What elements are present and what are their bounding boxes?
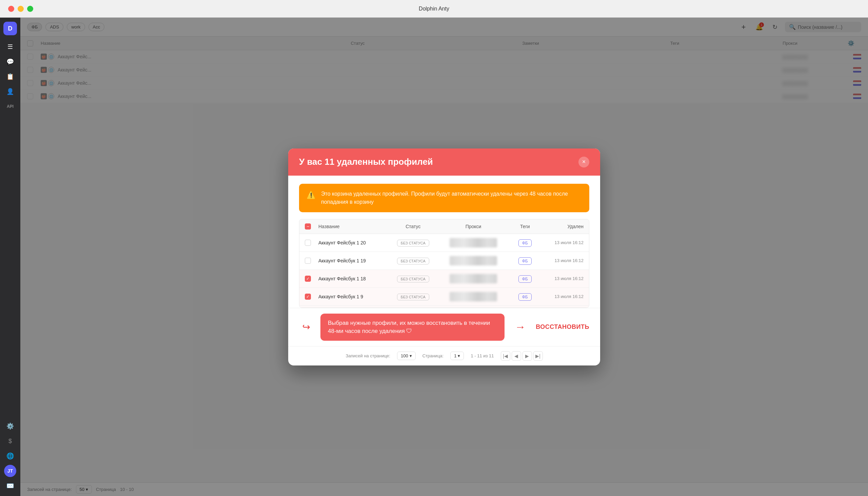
modal-body: ⚠️ Это корзина удаленных профилей. Профи…	[288, 176, 600, 308]
row-2-checkbox[interactable]	[305, 258, 311, 264]
modal-header: У вас 11 удаленных профилей ×	[288, 149, 600, 176]
sidebar-item-chat[interactable]: 💬	[4, 56, 16, 68]
page-info: 1 - 11 из 11	[470, 353, 494, 358]
modal-pagination: Записей на странице: 100 ▾ Страница: 1 ▾…	[288, 346, 600, 366]
sidebar-item-api[interactable]: API	[4, 100, 16, 112]
modal-col-proxy-header: Прокси	[439, 224, 508, 229]
sidebar-item-settings[interactable]: ⚙️	[4, 420, 16, 432]
row-1-status: БЕЗ СТАТУСА	[387, 240, 439, 246]
sidebar-item-notes[interactable]: 📋	[4, 71, 16, 83]
row-3-status: БЕЗ СТАТУСА	[387, 276, 439, 281]
avatar[interactable]: JT	[4, 465, 16, 477]
page-value: 1	[454, 353, 456, 358]
row-1-proxy	[439, 238, 508, 248]
modal-table: − Название Статус Прокси Теги Удален	[299, 219, 589, 308]
modal-table-header: − Название Статус Прокси Теги Удален	[299, 219, 589, 234]
row-2-tags: ФБ	[508, 258, 542, 263]
sidebar-bottom: ⚙️ $ 🌐 JT ✉️	[4, 420, 16, 492]
row-1-tags: ФБ	[508, 240, 542, 246]
row-3-proxy-img	[450, 274, 497, 283]
row-3-checkbox[interactable]: ✓	[305, 276, 311, 282]
warning-icon: ⚠️	[307, 190, 316, 199]
modal-overlay: У вас 11 удаленных профилей × ⚠️ Это кор…	[20, 18, 868, 496]
modal-table-row: Аккаунт Фейсбук 1 20 БЕЗ СТАТУСА ФБ 13 и…	[299, 234, 589, 252]
row-4-status: БЕЗ СТАТУСА	[387, 294, 439, 299]
chevron-down-icon: ▾	[458, 353, 460, 358]
page-label: Страница:	[422, 353, 444, 358]
minimize-button[interactable]	[18, 6, 24, 12]
row-1-checkbox[interactable]	[305, 240, 311, 246]
maximize-button[interactable]	[27, 6, 33, 12]
arrow-left-icon: ↩	[303, 321, 310, 332]
modal-col-status-header: Статус	[387, 224, 439, 229]
modal-close-button[interactable]: ×	[578, 157, 589, 168]
sidebar-logo[interactable]: D	[3, 22, 17, 35]
modal: У вас 11 удаленных профилей × ⚠️ Это кор…	[288, 149, 600, 366]
warning-banner: ⚠️ Это корзина удаленных профилей. Профи…	[299, 184, 589, 212]
modal-col-tags-header: Теги	[508, 224, 542, 229]
traffic-lights	[8, 6, 33, 12]
page-select[interactable]: 1 ▾	[450, 352, 464, 360]
arrow-right-icon: →	[515, 321, 526, 333]
app-title: Dolphin Anty	[419, 6, 449, 12]
row-4-proxy-img	[450, 292, 497, 301]
next-page-button[interactable]: ▶	[523, 351, 532, 361]
records-label: Записей на странице:	[345, 353, 390, 358]
row-3-tags: ФБ	[508, 276, 542, 281]
row-3-proxy	[439, 274, 508, 283]
modal-title: У вас 11 удаленных профилей	[299, 157, 433, 167]
row-2-deleted: 13 июля 16:12	[542, 258, 584, 263]
row-2-name: Аккаунт Фейсбук 1 19	[319, 258, 387, 263]
records-value: 100	[401, 353, 408, 358]
sidebar-item-billing[interactable]: $	[4, 435, 16, 447]
sidebar: D ☰ 💬 📋 👤 API ⚙️ $ 🌐 JT ✉️	[0, 18, 20, 496]
sidebar-item-language[interactable]: 🌐	[4, 450, 16, 462]
prev-page-button[interactable]: ◀	[512, 351, 521, 361]
app-container: D ☰ 💬 📋 👤 API ⚙️ $ 🌐 JT ✉️ ФБ ADS work A…	[0, 18, 868, 496]
row-1-deleted: 13 июля 16:12	[542, 240, 584, 245]
modal-table-row: ✓ Аккаунт Фейсбук 1 18 БЕЗ СТАТУСА ФБ	[299, 270, 589, 288]
chevron-down-icon: ▾	[409, 353, 412, 358]
last-page-button[interactable]: ▶|	[533, 351, 543, 361]
row-1-name: Аккаунт Фейсбук 1 20	[319, 240, 387, 246]
modal-table-row: Аккаунт Фейсбук 1 19 БЕЗ СТАТУСА ФБ 13 и…	[299, 252, 589, 270]
modal-col-name-header: Название	[319, 224, 387, 229]
sidebar-item-users[interactable]: 👤	[4, 86, 16, 98]
sidebar-item-messages[interactable]: ✉️	[4, 480, 16, 492]
restore-button[interactable]: ВОССТАНОВИТЬ	[536, 323, 589, 330]
row-2-proxy	[439, 256, 508, 265]
row-4-name: Аккаунт Фейсбук 1 9	[319, 294, 387, 299]
modal-bottom: ↩ Выбрав нужные профили, их можно восста…	[288, 308, 600, 346]
row-4-proxy	[439, 292, 508, 301]
row-1-proxy-img	[450, 238, 497, 248]
restore-callout-text: Выбрав нужные профили, их можно восстано…	[328, 320, 490, 334]
row-4-tags: ФБ	[508, 294, 542, 299]
row-4-checkbox[interactable]: ✓	[305, 294, 311, 300]
content-area: ФБ ADS work Acc + 🔔 1 ↻ 🔍	[20, 18, 868, 496]
warning-text: Это корзина удаленных профилей. Профили …	[321, 190, 582, 206]
sidebar-item-profiles[interactable]: ☰	[4, 41, 16, 53]
modal-col-deleted-header: Удален	[542, 224, 584, 229]
restore-callout: Выбрав нужные профили, их можно восстано…	[321, 314, 505, 341]
close-button[interactable]	[8, 6, 14, 12]
row-2-proxy-img	[450, 256, 497, 265]
pagination-nav: |◀ ◀ ▶ ▶|	[501, 351, 543, 361]
records-select[interactable]: 100 ▾	[397, 352, 416, 360]
modal-table-row: ✓ Аккаунт Фейсбук 1 9 БЕЗ СТАТУСА ФБ	[299, 288, 589, 306]
row-3-name: Аккаунт Фейсбук 1 18	[319, 276, 387, 281]
row-4-deleted: 13 июля 16:12	[542, 294, 584, 299]
modal-select-all-checkbox[interactable]: −	[305, 223, 311, 230]
first-page-button[interactable]: |◀	[501, 351, 510, 361]
title-bar: Dolphin Anty	[0, 0, 868, 18]
row-3-deleted: 13 июля 16:12	[542, 276, 584, 281]
row-2-status: БЕЗ СТАТУСА	[387, 258, 439, 263]
